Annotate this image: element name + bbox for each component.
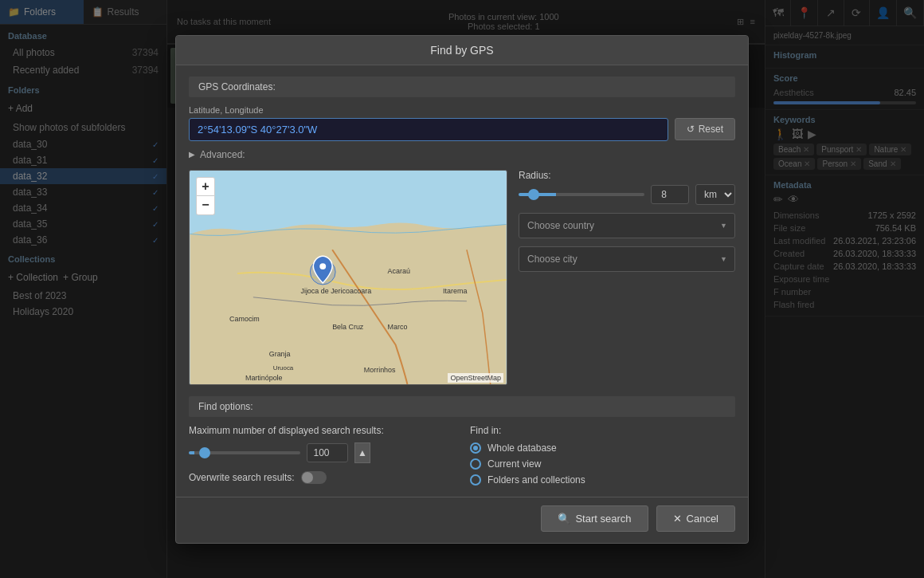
modal-title: Find by GPS <box>430 44 493 57</box>
radius-number-input[interactable] <box>651 185 689 204</box>
zoom-out-button[interactable]: − <box>196 196 215 215</box>
zoom-in-button[interactable]: + <box>196 177 215 196</box>
svg-text:Bela Cruz: Bela Cruz <box>332 322 364 330</box>
reset-button[interactable]: ↺ Reset <box>675 118 735 140</box>
find-in-whole-database-label: Whole database <box>487 442 557 454</box>
modal-overlay: Find by GPS GPS Coordinates: Latitude, L… <box>0 0 924 578</box>
search-icon: 🔍 <box>558 513 570 525</box>
find-left: Maximum number of displayed search resul… <box>189 425 454 484</box>
find-in-current-view-label: Current view <box>487 458 541 470</box>
svg-text:Morrinhos: Morrinhos <box>364 366 396 374</box>
map-radius-row: + − <box>189 170 735 385</box>
start-search-button[interactable]: 🔍 Start search <box>541 505 648 532</box>
find-in-folders-collections-label: Folders and collections <box>487 474 585 486</box>
radius-unit-select[interactable]: km mi <box>695 184 735 205</box>
find-in-radio-group: Whole database Current view Folders and … <box>470 442 735 486</box>
map-right-controls: Radius: km mi Choose <box>519 170 735 385</box>
cancel-button[interactable]: ✕ Cancel <box>656 505 735 532</box>
modal-body: GPS Coordinates: Latitude, Longitude ↺ R… <box>176 65 748 497</box>
svg-text:Uruoca: Uruoca <box>273 364 294 372</box>
overwrite-row: Overwrite search results: <box>189 471 454 484</box>
find-in-label: Find in: <box>470 425 735 436</box>
svg-point-12 <box>319 263 326 269</box>
start-search-label: Start search <box>575 513 631 525</box>
radius-slider[interactable] <box>519 193 644 196</box>
radius-section: Radius: km mi <box>519 170 735 205</box>
advanced-row[interactable]: ▶ Advanced: <box>189 149 735 160</box>
modal-header: Find by GPS <box>176 36 748 65</box>
find-options-label: Find options: <box>198 401 253 412</box>
radio-whole-database-circle <box>470 442 481 454</box>
find-in-whole-database[interactable]: Whole database <box>470 442 735 454</box>
map-attribution: OpenStreetMap <box>448 373 503 383</box>
radius-row: km mi <box>519 184 735 205</box>
advanced-label: Advanced: <box>200 149 245 160</box>
find-options-section-bar: Find options: <box>189 396 735 417</box>
svg-text:Granja: Granja <box>269 350 291 358</box>
toggle-knob <box>302 472 313 483</box>
svg-text:Marco: Marco <box>388 322 408 330</box>
find-in-folders-collections[interactable]: Folders and collections <box>470 474 735 486</box>
find-options-row: Maximum number of displayed search resul… <box>189 425 735 486</box>
find-by-gps-modal: Find by GPS GPS Coordinates: Latitude, L… <box>175 35 749 544</box>
max-results-input[interactable] <box>307 443 348 462</box>
radius-label: Radius: <box>519 170 735 181</box>
find-in-current-view[interactable]: Current view <box>470 458 735 470</box>
country-select[interactable]: Choose country <box>519 213 735 238</box>
gps-input-row: ↺ Reset <box>189 118 735 141</box>
advanced-triangle-icon: ▶ <box>189 150 195 159</box>
svg-text:Camocim: Camocim <box>229 314 260 322</box>
gps-section-bar: GPS Coordinates: <box>189 77 735 97</box>
svg-text:Martinópole: Martinópole <box>245 374 283 382</box>
overwrite-label: Overwrite search results: <box>189 472 295 483</box>
max-results-slider[interactable] <box>189 451 300 454</box>
radio-folders-collections-circle <box>470 474 481 486</box>
gps-section-label: GPS Coordinates: <box>198 81 276 92</box>
gps-coordinates-input[interactable] <box>189 118 668 141</box>
lat-lon-label: Latitude, Longitude <box>189 105 735 115</box>
map-container[interactable]: + − <box>189 170 507 385</box>
reset-icon: ↺ <box>687 124 695 135</box>
svg-text:Jijoca de Jericoacoara: Jijoca de Jericoacoara <box>300 286 371 294</box>
max-results-label: Maximum number of displayed search resul… <box>189 425 454 436</box>
max-results-row: ▲ <box>189 442 454 463</box>
country-select-wrapper: Choose country <box>519 213 735 238</box>
map-zoom-controls: + − <box>196 177 215 215</box>
reset-label: Reset <box>699 124 723 135</box>
find-right: Find in: Whole database Current view <box>470 425 735 486</box>
cancel-label: Cancel <box>687 513 718 525</box>
overwrite-toggle[interactable] <box>301 471 327 484</box>
city-select-wrapper: Choose city <box>519 246 735 272</box>
svg-text:Acaraú: Acaraú <box>388 267 410 275</box>
radio-current-view-circle <box>470 458 481 470</box>
results-increment-button[interactable]: ▲ <box>354 442 370 463</box>
svg-text:Itarema: Itarema <box>443 286 467 294</box>
cancel-icon: ✕ <box>673 513 682 525</box>
map-svg: Camocim Jijoca de Jericoacoara Acaraú It… <box>190 171 507 384</box>
modal-footer: 🔍 Start search ✕ Cancel <box>176 497 748 543</box>
city-select[interactable]: Choose city <box>519 246 735 272</box>
